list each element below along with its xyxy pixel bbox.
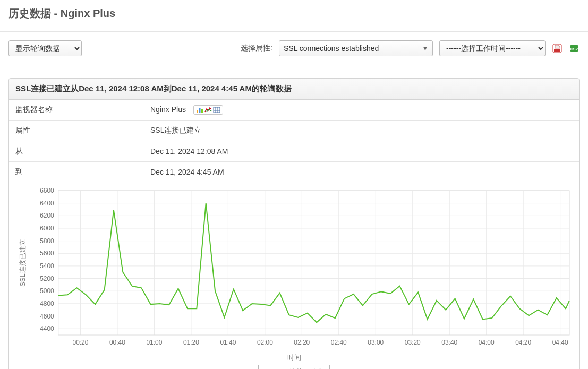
svg-text:00:20: 00:20	[72, 339, 88, 346]
svg-text:00:40: 00:40	[109, 339, 125, 346]
monitor-name-value: Nginx Plus	[144, 100, 579, 121]
svg-text:4800: 4800	[40, 300, 54, 307]
svg-text:04:00: 04:00	[479, 339, 495, 346]
from-value: Dec 11, 2024 12:08 AM	[144, 141, 579, 162]
monitor-name-label: 监视器名称	[9, 100, 144, 121]
svg-rect-6	[201, 109, 203, 113]
legend-item: SSL连接已建立	[258, 365, 330, 369]
svg-text:02:20: 02:20	[294, 339, 310, 346]
work-time-select[interactable]: ------选择工作时间------	[439, 40, 546, 56]
attribute-value: SSL连接已建立	[144, 121, 579, 141]
svg-rect-7	[214, 107, 220, 113]
table-row: 监视器名称 Nginx Plus	[9, 100, 579, 121]
data-panel: SSL连接已建立从Dec 11, 2024 12:08 AM到Dec 11, 2…	[8, 78, 580, 369]
svg-text:5000: 5000	[40, 287, 54, 295]
svg-text:01:20: 01:20	[183, 339, 199, 346]
svg-text:6200: 6200	[40, 212, 54, 220]
page-title: 历史数据 - Nginx Plus	[8, 6, 580, 21]
info-table: 监视器名称 Nginx Plus 属性 SSL连接已建立 从 Dec 11, 2…	[9, 100, 579, 182]
table-row: 到 Dec 11, 2024 4:45 AM	[9, 162, 579, 183]
from-label: 从	[9, 141, 144, 162]
monitor-mini-icons[interactable]	[193, 105, 223, 115]
svg-text:6600: 6600	[40, 187, 54, 194]
svg-text:04:20: 04:20	[515, 339, 531, 346]
svg-rect-65	[58, 191, 569, 335]
export-pdf-icon[interactable]	[552, 43, 563, 54]
svg-text:03:40: 03:40	[441, 339, 457, 346]
x-axis-title: 时间	[13, 353, 575, 363]
chevron-down-icon: ▼	[422, 45, 428, 52]
svg-text:01:00: 01:00	[146, 339, 162, 346]
svg-text:SSL连接已建立: SSL连接已建立	[19, 239, 27, 287]
line-chart: SSL连接已建立44004600480050005200540056005800…	[13, 186, 575, 351]
panel-title: SSL连接已建立从Dec 11, 2024 12:08 AM到Dec 11, 2…	[9, 79, 579, 100]
svg-text:5400: 5400	[40, 262, 54, 270]
svg-text:03:00: 03:00	[368, 339, 384, 346]
attribute-select-label: 选择属性:	[241, 44, 272, 53]
table-row: 从 Dec 11, 2024 12:08 AM	[9, 141, 579, 162]
data-mode-select[interactable]: 显示轮询数据	[8, 40, 82, 56]
svg-text:5200: 5200	[40, 275, 54, 282]
svg-rect-1	[554, 49, 560, 52]
svg-text:6400: 6400	[40, 200, 54, 207]
svg-text:02:40: 02:40	[331, 339, 347, 346]
table-icon	[213, 106, 220, 114]
svg-text:5600: 5600	[40, 250, 54, 258]
svg-text:01:40: 01:40	[220, 339, 236, 346]
table-row: 属性 SSL连接已建立	[9, 121, 579, 141]
page-header: 历史数据 - Nginx Plus	[0, 0, 588, 32]
svg-text:02:00: 02:00	[257, 339, 273, 346]
attribute-label: 属性	[9, 121, 144, 141]
bar-chart-icon	[196, 106, 203, 114]
svg-text:4600: 4600	[40, 313, 54, 320]
svg-text:4400: 4400	[40, 325, 54, 332]
to-label: 到	[9, 162, 144, 183]
line-chart-icon	[204, 106, 212, 114]
svg-text:6000: 6000	[40, 225, 54, 232]
svg-rect-4	[197, 110, 198, 113]
svg-text:5800: 5800	[40, 237, 54, 245]
toolbar: 显示轮询数据 选择属性: SSL connections established…	[0, 32, 588, 65]
svg-text:03:20: 03:20	[405, 339, 421, 346]
to-value: Dec 11, 2024 4:45 AM	[144, 162, 579, 183]
export-csv-icon[interactable]: CSV	[569, 43, 580, 54]
attribute-select-value: SSL connections established	[284, 44, 379, 53]
chart-area: SSL连接已建立44004600480050005200540056005800…	[9, 182, 579, 369]
svg-text:04:40: 04:40	[552, 339, 568, 346]
svg-rect-5	[199, 108, 200, 113]
attribute-select[interactable]: SSL connections established ▼	[279, 40, 433, 56]
svg-text:CSV: CSV	[570, 47, 578, 51]
chart-legend: SSL连接已建立	[13, 363, 575, 369]
